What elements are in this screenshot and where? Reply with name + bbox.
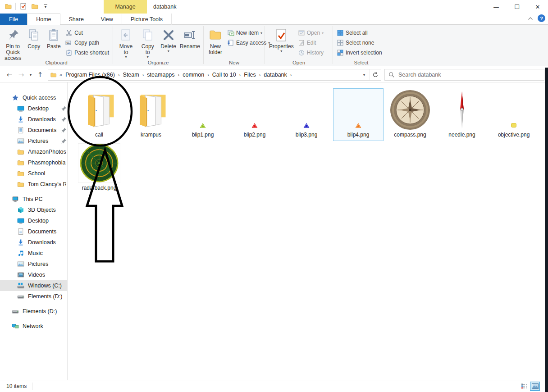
svg-text:W: W xyxy=(67,42,69,45)
search-icon xyxy=(388,72,395,78)
history-button[interactable]: History xyxy=(296,48,325,58)
breadcrumb-segment[interactable]: Call to 10 xyxy=(211,72,237,78)
thumbnail-view-button[interactable] xyxy=(530,382,540,391)
customize-qat-dropdown-icon[interactable]: ▾ xyxy=(42,5,49,9)
new-folder-button[interactable]: New folder xyxy=(206,27,225,57)
breadcrumb-segment[interactable]: databank xyxy=(262,72,288,78)
sidebar-item-videos[interactable]: Videos xyxy=(0,269,67,280)
search-box[interactable] xyxy=(384,69,544,81)
move-to-icon xyxy=(119,28,133,42)
breadcrumb-segment[interactable]: Steam xyxy=(122,72,141,78)
move-to-button[interactable]: Move to▾ xyxy=(115,27,137,60)
open-icon xyxy=(298,29,305,36)
sidebar-item-downloads[interactable]: Downloads xyxy=(0,237,67,248)
cut-button[interactable]: Cut xyxy=(64,28,111,38)
invert-selection-icon xyxy=(337,49,344,56)
sidebar-item-3d-objects[interactable]: 3D Objects xyxy=(0,205,67,215)
file-tile-radarback-png[interactable]: radarback.png xyxy=(74,141,124,194)
refresh-icon[interactable] xyxy=(369,69,381,80)
file-tile-blip3-png[interactable]: blip3.png xyxy=(281,88,332,141)
folder-icon[interactable] xyxy=(30,2,39,11)
minimize-button[interactable]: — xyxy=(486,0,507,14)
desktop-icon xyxy=(17,217,24,224)
copy-to-button[interactable]: Copy to▾ xyxy=(137,27,159,60)
sidebar-item-pictures[interactable]: Pictures xyxy=(0,259,67,269)
file-tile-call[interactable]: call xyxy=(74,88,124,141)
desktop-icon xyxy=(17,105,24,112)
pin-icon xyxy=(60,116,67,123)
breadcrumb-segment[interactable]: Program Files (x86) xyxy=(64,72,116,78)
search-input[interactable] xyxy=(398,72,540,78)
breadcrumb-segment[interactable]: steamapps xyxy=(146,72,176,78)
radar-thumbnail xyxy=(78,143,120,183)
breadcrumb-segment[interactable]: Files xyxy=(242,72,257,78)
sidebar-item-elements-d-[interactable]: Elements (D:) xyxy=(0,306,67,317)
tab-view[interactable]: View xyxy=(92,14,122,25)
sidebar-item-phasmophobia[interactable]: Phasmophobia xyxy=(0,157,67,168)
copy-icon xyxy=(27,28,41,42)
select-none-button[interactable]: Select none xyxy=(335,38,384,48)
drivewin-icon xyxy=(17,282,24,289)
copy-button[interactable]: Copy xyxy=(24,27,44,51)
up-icon[interactable]: ↑ xyxy=(34,69,46,81)
sidebar-item-school[interactable]: School xyxy=(0,168,67,179)
delete-x-icon xyxy=(161,28,176,42)
copy-path-button[interactable]: W Copy path xyxy=(64,38,111,48)
folder-icon xyxy=(17,159,24,166)
file-tile-blip1-png[interactable]: blip1.png xyxy=(178,88,228,141)
sidebar-item-documents[interactable]: Documents xyxy=(0,125,67,136)
sidebar-item-network[interactable]: Network xyxy=(0,321,67,332)
qat-separator xyxy=(52,3,52,10)
collapse-ribbon-icon[interactable] xyxy=(528,17,533,20)
sidebar-item-documents[interactable]: Documents xyxy=(0,226,67,237)
file-name: blip4.png xyxy=(347,132,370,138)
details-view-button[interactable] xyxy=(519,382,529,391)
help-icon[interactable]: ? xyxy=(538,14,545,22)
file-tile-krampus[interactable]: krampus xyxy=(126,88,176,141)
sidebar-item-this-pc[interactable]: This PC xyxy=(0,194,67,205)
sidebar-item-tom-clancy-s-rair[interactable]: Tom Clancy's Rair xyxy=(0,179,67,190)
address-dropdown-icon[interactable]: ▾ xyxy=(359,73,369,77)
file-name: blip1.png xyxy=(192,132,214,138)
sidebar-item-pictures[interactable]: Pictures xyxy=(0,136,67,146)
recent-locations-icon[interactable]: ▾ xyxy=(27,69,34,81)
tab-picture-tools[interactable]: Picture Tools xyxy=(122,14,172,25)
tab-home[interactable]: Home xyxy=(27,14,60,25)
sidebar-item-downloads[interactable]: Downloads xyxy=(0,114,67,125)
file-tile-compass-png[interactable]: compass.png xyxy=(385,88,435,141)
open-button[interactable]: Open▾ xyxy=(296,28,325,38)
rename-button[interactable]: Rename xyxy=(178,27,201,51)
breadcrumb-prefix: « xyxy=(59,72,63,77)
pin-to-quick-access-button[interactable]: Pin to Quick access xyxy=(2,27,24,63)
forward-icon[interactable]: → xyxy=(15,69,27,81)
sidebar-item-amazonphotos[interactable]: AmazonPhotos xyxy=(0,146,67,157)
edit-button[interactable]: Edit xyxy=(296,38,325,48)
maximize-button[interactable]: ☐ xyxy=(507,0,527,14)
paste-button[interactable]: Paste xyxy=(44,27,64,51)
sidebar-item-windows-c-[interactable]: Windows (C:) xyxy=(0,280,67,291)
file-tile-objective-png[interactable]: objective.png xyxy=(489,88,539,141)
sidebar-item-elements-d-[interactable]: Elements (D:) xyxy=(0,291,67,302)
rename-icon xyxy=(183,28,197,42)
sidebar-item-music[interactable]: Music xyxy=(0,248,67,259)
sidebar-item-quick-access[interactable]: Quick access xyxy=(0,92,67,103)
breadcrumb-segment[interactable]: common xyxy=(181,72,206,78)
invert-selection-button[interactable]: Invert selection xyxy=(335,48,384,58)
paste-shortcut-button[interactable]: Paste shortcut xyxy=(64,48,111,58)
select-all-button[interactable]: Select all xyxy=(335,28,384,38)
tab-file[interactable]: File xyxy=(0,14,27,25)
properties-button[interactable]: Properties▾ xyxy=(267,27,296,54)
sidebar-item-desktop[interactable]: Desktop xyxy=(0,215,67,226)
properties-check-icon[interactable] xyxy=(18,2,27,11)
sidebar-item-desktop[interactable]: Desktop xyxy=(0,103,67,114)
breadcrumb: «Program Files (x86)›Steam›steamapps›com… xyxy=(59,72,359,78)
tab-share[interactable]: Share xyxy=(60,14,92,25)
file-tile-blip4-png[interactable]: blip4.png xyxy=(333,88,384,141)
file-tile-blip2-png[interactable]: blip2.png xyxy=(229,88,280,141)
back-icon[interactable]: ← xyxy=(4,69,15,81)
file-tile-needle-png[interactable]: needle.png xyxy=(437,88,487,141)
folder-icon[interactable] xyxy=(4,2,13,11)
delete-button[interactable]: Delete▾ xyxy=(159,27,178,54)
close-button[interactable]: ✕ xyxy=(527,0,548,14)
address-bar[interactable]: «Program Files (x86)›Steam›steamapps›com… xyxy=(48,69,381,81)
